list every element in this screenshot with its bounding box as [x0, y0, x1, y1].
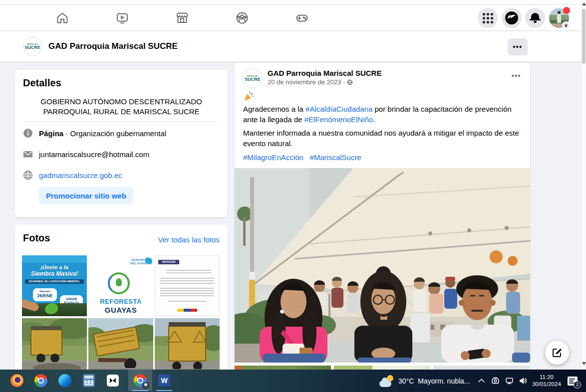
photo-thumb-siembra[interactable]: ¡Únete a la Siembra Masiva! DÍA MUNDIAL …	[22, 255, 87, 316]
website-row: gadmariscalsucre.gob.ec	[23, 170, 220, 180]
post-more-button[interactable]: •••	[512, 72, 521, 80]
capcut-icon	[107, 375, 119, 387]
firefox-icon	[10, 374, 23, 387]
post-author-avatar[interactable]: MARISCAL SUCRE	[243, 68, 263, 88]
notification-count-badge: 2	[574, 381, 581, 389]
scrollbar[interactable]	[581, 0, 586, 370]
scrollbar-down-arrow[interactable]	[582, 362, 586, 365]
desktop-screen: ∨ MARISCAL SUCRE GAD Parroquia Mariscal …	[0, 0, 586, 392]
apps-menu-button[interactable]	[478, 8, 498, 28]
logo-text-bottom: SUCRE	[24, 45, 40, 50]
poster-text: ¡Únete a la	[22, 264, 87, 270]
post-author-name[interactable]: GAD Parroquia Mariscal SUCRE	[268, 69, 381, 78]
poster-banner: DÍA MUNDIAL DE LA EDUCACIÓN AMBIENTAL	[25, 279, 84, 284]
details-card: Detalles GOBIERNO AUTÓNOMO DESCENTRALIZA…	[15, 70, 228, 217]
notifications-button[interactable]	[525, 8, 545, 28]
tab-marketplace[interactable]	[170, 8, 194, 28]
poster-banner: INVITACIÓN	[158, 260, 179, 264]
compose-fab-button[interactable]	[545, 341, 569, 365]
taskbar-capcut[interactable]	[101, 370, 125, 391]
taskbar-clock[interactable]: 11:20 30/01/2024	[530, 370, 563, 392]
promote-website-button[interactable]: Promocionar sitio web	[39, 187, 133, 204]
messenger-icon	[505, 11, 518, 24]
globe-icon	[23, 170, 33, 180]
poster-text: Siembra Masiva!	[22, 270, 87, 277]
tray-network-icon[interactable]	[505, 377, 514, 385]
action-center-icon: 2	[568, 377, 578, 386]
compose-icon	[552, 347, 563, 358]
chrome-icon	[34, 374, 47, 387]
weather-icon	[379, 375, 394, 387]
tab-watch[interactable]	[110, 8, 134, 28]
taskbar-firefox[interactable]	[5, 370, 29, 391]
mail-icon	[23, 149, 33, 159]
taskbar-word[interactable]: W	[152, 370, 176, 391]
public-globe-icon	[347, 79, 353, 85]
scrollbar-up-arrow[interactable]	[582, 2, 586, 5]
groups-icon	[235, 11, 249, 25]
photo-thumb-reforesta[interactable]: CIUDADANADEL GUAYAS REFORESTA GUAYAS	[88, 255, 153, 316]
poster-text: GUAYAS	[88, 306, 153, 314]
post-main-photo[interactable]	[235, 168, 530, 363]
tray-screen-icon[interactable]	[491, 377, 500, 385]
tab-groups[interactable]	[230, 8, 254, 28]
home-icon	[55, 11, 69, 25]
tray-volume-icon[interactable]	[519, 377, 528, 385]
post-timestamp[interactable]: 20 de noviembre de 2023 ·	[268, 78, 353, 86]
post-date-text: 20 de noviembre de 2023 ·	[268, 78, 345, 86]
category-text: Página · Organización gubernamental	[39, 129, 166, 138]
weather-desc: Mayorm. nubla...	[418, 377, 470, 385]
photos-card: Fotos Ver todas las fotos ¡Únete a la Si…	[15, 224, 228, 392]
ecuador-flag	[177, 309, 197, 312]
notification-red-dot	[563, 7, 570, 14]
clock-date: 30/01/2024	[530, 381, 563, 388]
watch-icon	[115, 11, 129, 25]
hashtag-link[interactable]: #ElFenómenoElNiño	[304, 115, 373, 124]
page-logo-avatar[interactable]: MARISCAL SUCRE	[23, 37, 42, 56]
divider	[23, 121, 220, 122]
grid-menu-icon	[483, 13, 493, 23]
post-card: MARISCAL SUCRE GAD Parroquia Mariscal SU…	[235, 63, 530, 392]
post-paragraph-1: Agradecemos a la #AlcaldíaCiudadana por …	[243, 104, 523, 125]
post-hashtags: #MilagroEnAcción #MariscalSucre	[243, 152, 523, 163]
hashtag-link[interactable]: #MariscalSucre	[309, 153, 361, 162]
account-chevron-icon[interactable]: ∨	[562, 21, 570, 29]
hashtag-link[interactable]: #AlcaldíaCiudadana	[305, 105, 372, 113]
weather-temp: 30°C	[398, 377, 414, 385]
taskbar-chrome[interactable]	[29, 370, 53, 391]
marketplace-icon	[175, 11, 189, 25]
tab-home[interactable]	[50, 8, 74, 28]
page-header: MARISCAL SUCRE GAD Parroquia Mariscal SU…	[0, 31, 586, 61]
calculator-icon	[83, 374, 95, 387]
word-icon: W	[158, 375, 170, 387]
action-center-button[interactable]: 2	[568, 370, 578, 392]
logo-text-bottom: SUCRE	[245, 77, 261, 82]
details-description: GOBIERNO AUTÓNOMO DESCENTRALIZADO PARROQ…	[23, 97, 220, 117]
taskbar-edge[interactable]	[53, 370, 77, 391]
scrollbar-thumb[interactable]	[582, 9, 586, 64]
browser-top-strip	[0, 0, 586, 4]
gaming-icon	[295, 11, 309, 25]
taskbar-chrome-profile-active[interactable]	[128, 370, 152, 391]
see-all-photos-link[interactable]: Ver todas las fotos	[158, 235, 220, 244]
hashtag-link[interactable]: #MilagroEnAcción	[243, 153, 303, 162]
taskbar-calculator[interactable]	[77, 370, 101, 391]
page-more-button[interactable]: •••	[508, 38, 528, 55]
photos-title: Fotos	[23, 232, 50, 244]
weather-widget[interactable]: 30°C Mayorm. nubla...	[379, 370, 470, 392]
poster-text: REFORESTA	[88, 298, 153, 305]
details-title: Detalles	[23, 77, 61, 89]
photo-thumb-invitacion[interactable]: INVITACIÓN	[155, 255, 220, 316]
poster-bubble: Viernes 26/ENE	[33, 288, 57, 301]
post-paragraph-2: Mantener informada a nuestra comunidad n…	[243, 128, 523, 149]
email-row: juntamariscalsucre@hotmail.com	[23, 149, 220, 159]
email-text: juntamariscalsucre@hotmail.com	[39, 150, 149, 159]
profile-mini-avatar	[142, 382, 149, 389]
tray-chevron-up-icon[interactable]	[477, 377, 486, 385]
category-row: Página · Organización gubernamental	[23, 128, 220, 138]
messenger-button[interactable]	[502, 8, 522, 28]
info-icon	[23, 128, 33, 138]
website-link[interactable]: gadmariscalsucre.gob.ec	[39, 171, 122, 180]
clock-time: 11:20	[530, 374, 563, 381]
tab-gaming[interactable]	[290, 8, 314, 28]
